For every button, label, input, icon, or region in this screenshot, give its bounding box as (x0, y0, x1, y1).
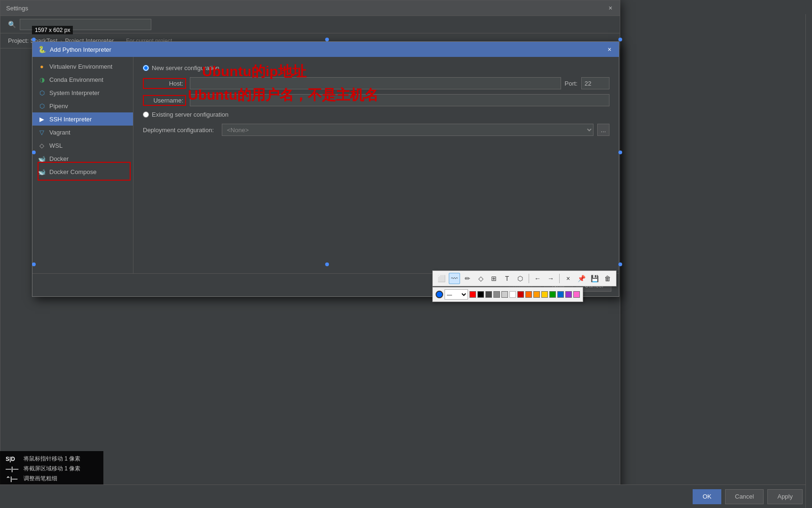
shortcut-row-2: —|— 将截屏区域移动 1 像素 (6, 465, 98, 473)
resize-handle-tc[interactable] (325, 38, 329, 41)
toolbar-separator-2 (559, 274, 560, 283)
settings-title-bar: Settings × (0, 0, 620, 16)
port-input[interactable] (581, 77, 609, 89)
delete-tool[interactable]: 🗑 (602, 273, 613, 284)
interpreter-item-docker-compose[interactable]: 🐋 Docker Compose (32, 165, 133, 178)
docker-icon: 🐋 (38, 155, 46, 162)
color-dark-red[interactable] (517, 291, 524, 298)
interpreter-label-pipenv: Pipenv (49, 103, 68, 110)
shortcut-row-1: S|D 将鼠标指针移动 1 像素 (6, 455, 98, 463)
interpreter-item-docker[interactable]: 🐋 Docker (32, 152, 133, 165)
username-row: Username: (143, 94, 609, 106)
deployment-row: Deployment configuration: <None> ... (143, 124, 609, 136)
username-input[interactable] (190, 94, 609, 106)
eraser-tool[interactable]: ◇ (475, 273, 486, 284)
settings-footer: OK Cancel Apply (0, 484, 812, 508)
pipenv-icon: ⬡ (38, 102, 46, 110)
color-dark-gray[interactable] (485, 291, 492, 298)
pen-tool[interactable]: 〰 (449, 273, 460, 284)
host-input[interactable] (190, 77, 561, 89)
color-black[interactable] (477, 291, 484, 298)
main-cancel-button[interactable]: Cancel (725, 489, 764, 504)
resize-handle-br[interactable] (618, 262, 622, 266)
deployment-config-button[interactable]: ... (597, 124, 609, 136)
drawing-toolbar: ⬜ 〰 ✏ ◇ ⊞ T ⬡ ← → × 📌 💾 🗑 (432, 270, 617, 286)
settings-close-button[interactable]: × (607, 4, 614, 12)
ssh-icon: ▶ (38, 115, 46, 123)
color-blue[interactable] (557, 291, 564, 298)
interpreter-item-pipenv[interactable]: ⬡ Pipenv (32, 99, 133, 112)
redo-tool[interactable]: → (545, 273, 556, 284)
ok-button[interactable]: OK (693, 489, 721, 504)
toolbar-separator-1 (529, 274, 529, 283)
radio-new-server-label: New server configuration (152, 64, 219, 71)
deployment-label: Deployment configuration: (143, 127, 218, 134)
pin-tool[interactable]: 📌 (576, 273, 587, 284)
color-palette: — - - ··· (432, 287, 583, 302)
line-style-select[interactable]: — - - ··· (445, 289, 468, 300)
select-tool[interactable]: ⬜ (436, 273, 447, 284)
resize-handle-mr[interactable] (618, 151, 622, 154)
crop-tool[interactable]: ⊞ (488, 273, 500, 284)
current-color-dot[interactable] (436, 291, 443, 298)
shortcut-row-3: ⌃|— 调整画笔粗细 (6, 475, 98, 483)
add-interpreter-dialog: 🐍 Add Python Interpreter × ● Virtualenv … (32, 41, 619, 297)
resize-handle-ml[interactable] (32, 151, 36, 154)
pencil-tool[interactable]: ✏ (462, 273, 473, 284)
wsl-icon: ◇ (38, 142, 46, 149)
shortcut-desc-3: 调整画笔粗细 (23, 475, 57, 483)
interpreter-item-conda[interactable]: ◑ Conda Environment (32, 73, 133, 86)
resize-handle-bl[interactable] (32, 262, 36, 266)
resize-handle-tl[interactable] (32, 38, 36, 41)
color-gray[interactable] (493, 291, 500, 298)
color-red[interactable] (469, 291, 476, 298)
fill-tool[interactable]: ⬡ (515, 273, 526, 284)
apply-button[interactable]: Apply (767, 489, 803, 504)
vagrant-icon: ▽ (38, 128, 46, 136)
interpreter-item-virtualenv[interactable]: ● Virtualenv Environment (32, 60, 133, 73)
color-pink[interactable] (573, 291, 580, 298)
host-box: Host: (143, 78, 186, 89)
radio-new-server-input[interactable] (143, 65, 149, 71)
deployment-select[interactable]: <None> (222, 124, 593, 136)
save-tool[interactable]: 💾 (589, 273, 600, 284)
interpreter-item-ssh[interactable]: ▶ SSH Interpreter (32, 112, 133, 126)
color-yellow[interactable] (541, 291, 548, 298)
interpreter-item-vagrant[interactable]: ▽ Vagrant (32, 126, 133, 139)
interpreter-label-docker-compose: Docker Compose (49, 168, 96, 175)
interpreter-label-virtualenv: Virtualenv Environment (49, 63, 112, 70)
resize-handle-bc[interactable] (325, 262, 329, 266)
search-icon: 🔍 (8, 21, 16, 28)
color-light-gray[interactable] (501, 291, 508, 298)
interpreter-label-system: System Interpreter (49, 89, 100, 96)
host-label: Host: (146, 80, 183, 87)
undo-tool[interactable]: ← (532, 273, 543, 284)
interpreter-item-wsl[interactable]: ◇ WSL (32, 139, 133, 152)
radio-existing-server-input[interactable] (143, 111, 149, 118)
shortcut-key-2: —|— (6, 466, 20, 472)
radio-existing-server-label: Existing server configuration (152, 111, 228, 118)
interpreter-item-system[interactable]: ⬡ System Interpreter (32, 86, 133, 99)
resize-handle-tr[interactable] (618, 38, 622, 41)
username-label: Username: (146, 97, 183, 104)
interpreter-label-docker: Docker (49, 155, 69, 162)
shortcut-desc-1: 将鼠标指针移动 1 像素 (23, 455, 80, 463)
radio-new-server[interactable]: New server configuration (143, 64, 609, 71)
interpreter-label-vagrant: Vagrant (49, 129, 70, 136)
shortcut-key-1: S|D (6, 456, 20, 462)
virtualenv-icon: ● (38, 63, 46, 70)
docker-compose-icon: 🐋 (38, 168, 46, 175)
close-tool[interactable]: × (562, 273, 574, 284)
color-purple[interactable] (565, 291, 572, 298)
color-green[interactable] (549, 291, 556, 298)
color-white[interactable] (509, 291, 516, 298)
interpreter-label-conda: Conda Environment (49, 76, 103, 83)
dialog-close-button[interactable]: × (606, 46, 613, 53)
color-orange[interactable] (525, 291, 532, 298)
scrollbar-right[interactable] (805, 14, 812, 508)
username-box: Username: (143, 95, 186, 106)
settings-title: Settings (6, 5, 28, 12)
color-orange-light[interactable] (533, 291, 540, 298)
radio-existing-server[interactable]: Existing server configuration (143, 111, 609, 118)
text-tool[interactable]: T (501, 273, 513, 284)
